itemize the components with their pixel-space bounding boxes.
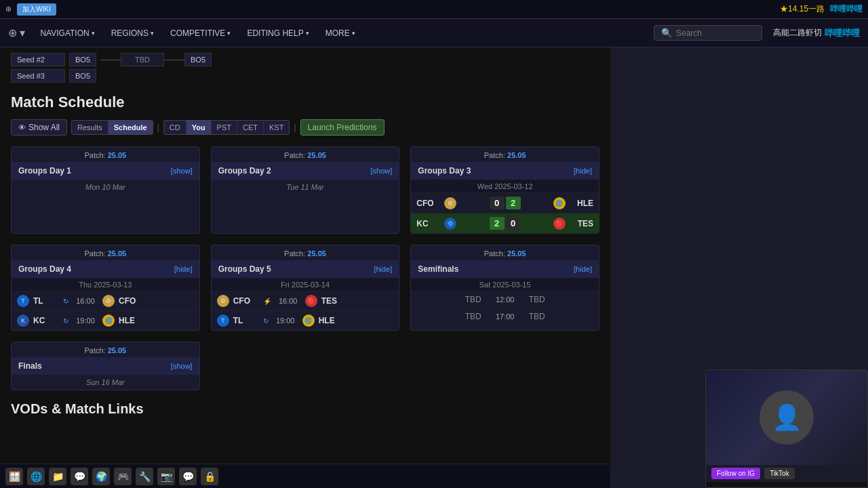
match-row-cfo-hle: CFO ⚙ 0 2 🌀 HLE	[411, 192, 599, 213]
left-panel: Seed #2 BO5 TBD BO5 Seed #3 BO5 Match Sc…	[0, 47, 610, 488]
follow-ig-button[interactable]: Follow on IG	[711, 468, 760, 479]
results-btn[interactable]: Results	[72, 121, 108, 134]
wiki-logo: ⊕	[5, 5, 12, 14]
tz-pst[interactable]: PST	[212, 121, 237, 134]
groups-row2: Patch: 25.05 Groups Day 4 [hide] Thu 202…	[11, 245, 599, 331]
finals-toggle[interactable]: [show]	[171, 362, 193, 370]
group-day4-card: Patch: 25.05 Groups Day 4 [hide] Thu 202…	[11, 245, 200, 331]
taskbar-camera[interactable]: 📷	[157, 468, 175, 485]
team-kc: KC	[416, 219, 442, 228]
eye-icon: 👁	[18, 123, 26, 131]
nav-item-more[interactable]: MORE ▾	[319, 26, 362, 41]
finals-card: Patch: 25.05 Finals [show] Sun 16 Mar	[11, 342, 200, 390]
bilibili-text: 哔哩哔哩	[830, 3, 863, 15]
vods-title: VODs & Match Links	[11, 401, 599, 417]
semifinals-toggle[interactable]: [hide]	[574, 265, 592, 273]
finals-date: Sun 16 Mar	[12, 375, 199, 390]
cfo-icon: ⚙	[444, 197, 456, 209]
search-icon: 🔍	[661, 28, 672, 38]
taskbar: 🪟 🌐 📁 💬 🌍 🎮 🔧 📷 💬 🔒	[0, 464, 610, 488]
taskbar-earth[interactable]: 🌍	[92, 468, 110, 485]
day3-patch: Patch: 25.05	[411, 147, 599, 162]
day4-date: Thu 2025-03-13	[12, 278, 199, 291]
day3-toggle[interactable]: [hide]	[574, 167, 592, 175]
nav-item-navigation[interactable]: NAVIGATION ▾	[33, 26, 101, 41]
taskbar-windows[interactable]: 🪟	[5, 468, 23, 485]
refresh-icon3: ⚡	[263, 298, 271, 305]
tl-name2: TL	[233, 316, 259, 325]
day5-header: Groups Day 5 [hide]	[212, 260, 399, 278]
group-day5-card: Patch: 25.05 Groups Day 5 [hide] Fri 202…	[211, 245, 400, 331]
taskbar-msg[interactable]: 💬	[179, 468, 197, 485]
show-all-button[interactable]: 👁 Show All	[11, 119, 67, 136]
team-cfo: CFO	[416, 199, 442, 208]
semi-time2: 17:00	[492, 312, 518, 321]
tz-cet[interactable]: CET	[237, 121, 264, 134]
tiktok-button[interactable]: TikTok	[764, 468, 795, 479]
nav-item-editing-help[interactable]: EDITING HELP ▾	[240, 26, 315, 41]
taskbar-files[interactable]: 📁	[49, 468, 66, 485]
taskbar-browser1[interactable]: 🌐	[27, 468, 45, 485]
taskbar-chat[interactable]: 💬	[71, 468, 88, 485]
nav-item-regions[interactable]: REGIONS ▾	[104, 26, 161, 41]
tz-cd[interactable]: CD	[164, 121, 186, 134]
tl-icon: T	[17, 295, 29, 307]
tz-kst[interactable]: KST	[264, 121, 289, 134]
finals-patch: Patch: 25.05	[12, 342, 199, 357]
group-day2-card: Patch: 25.05 Groups Day 2 [show] Tue 11 …	[211, 146, 400, 234]
day4-toggle[interactable]: [hide]	[174, 265, 193, 273]
match1-time: 16:00	[73, 297, 98, 305]
day2-toggle[interactable]: [show]	[371, 167, 393, 175]
finals-bo: BO5	[184, 53, 212, 66]
taskbar-settings[interactable]: 🔧	[136, 468, 153, 485]
cfo-name3: CFO	[233, 296, 259, 306]
semi-match2: TBD 17:00 TBD	[411, 308, 599, 325]
group-day3-card: Patch: 25.05 Groups Day 3 [hide] Wed 202…	[410, 146, 599, 234]
day1-toggle[interactable]: [show]	[171, 167, 193, 175]
bilibili-section: 高能二路虾切 哔哩哔哩	[773, 27, 860, 39]
day1-date: Mon 10 Mar	[12, 180, 199, 195]
schedule-btn[interactable]: Schedule	[108, 121, 153, 134]
day1-patch: Patch: 25.05	[12, 147, 199, 162]
group-day1-card: Patch: 25.05 Groups Day 1 [show] Mon 10 …	[11, 146, 200, 234]
hle-name2: HLE	[119, 316, 144, 325]
semifinals-name: Semifinals	[418, 264, 458, 274]
tl-icon2: T	[217, 314, 229, 327]
search-bar[interactable]: 🔍	[654, 25, 762, 41]
day5-toggle[interactable]: [hide]	[374, 265, 392, 273]
hle-name3: HLE	[319, 316, 344, 325]
group-semifinals-card: Patch: 25.05 Semifinals [hide] Sat 2025-…	[410, 245, 599, 331]
match4-time: 19:00	[273, 317, 298, 325]
day3-name: Groups Day 3	[418, 166, 471, 176]
day4-patch: Patch: 25.05	[12, 245, 199, 260]
search-input[interactable]	[676, 28, 755, 38]
stream-footer: Follow on IG TikTok	[706, 465, 867, 482]
semi-team2b: TBD	[524, 312, 551, 321]
hle-icon: 🌀	[553, 197, 566, 209]
nav-logo[interactable]: ⊕ ▾	[8, 26, 25, 39]
seed2-bo: BO5	[69, 53, 96, 66]
kc-icon: 🔷	[444, 218, 456, 230]
hle-score: 2	[506, 197, 521, 209]
tbd-box1: TBD	[121, 53, 164, 66]
taskbar-game[interactable]: 🎮	[114, 468, 132, 485]
tl-name: TL	[33, 296, 59, 306]
top-bar: ⊕ 加入WIKI ★14.15一路 哔哩哔哩	[0, 0, 868, 19]
join-wiki-button[interactable]: 加入WIKI	[17, 3, 56, 16]
tes-score: 0	[506, 217, 521, 230]
refresh-icon1: ↻	[63, 298, 68, 305]
semi-time1: 12:00	[492, 296, 518, 304]
tz-you[interactable]: You	[186, 121, 212, 134]
stream-video: 👤	[706, 370, 867, 465]
nav-item-competitive[interactable]: COMPETITIVE ▾	[163, 26, 237, 41]
vods-section: VODs & Match Links	[11, 401, 599, 417]
kc-name2: KC	[33, 316, 59, 325]
seed2-row: Seed #2 BO5 TBD BO5	[11, 53, 599, 66]
taskbar-security[interactable]: 🔒	[201, 468, 218, 485]
semi-team1a: TBD	[460, 295, 487, 304]
groups-row1: Patch: 25.05 Groups Day 1 [show] Mon 10 …	[11, 146, 599, 234]
filter-bar: 👁 Show All Results Schedule | CD You PST…	[11, 119, 599, 136]
stream-overlay: 👤 Follow on IG TikTok	[705, 369, 868, 488]
launch-predictions-button[interactable]: Launch Predictions	[300, 119, 384, 136]
semi-team1b: TBD	[524, 295, 551, 304]
